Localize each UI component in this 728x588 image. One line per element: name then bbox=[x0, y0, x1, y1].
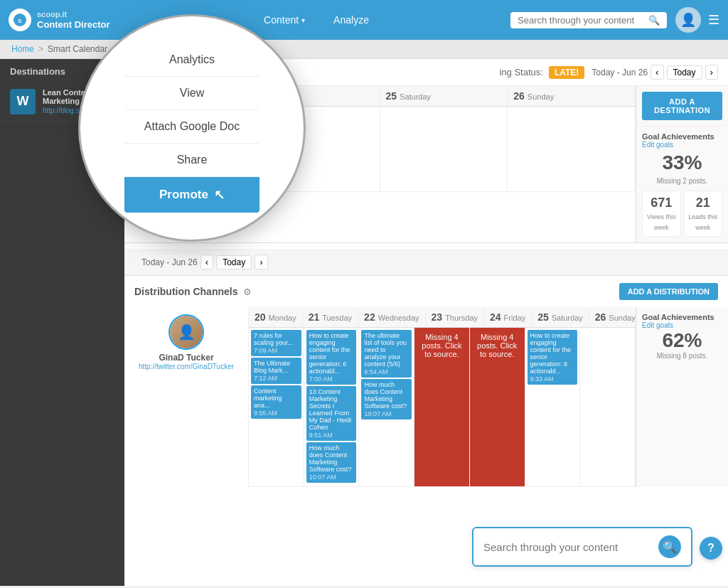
wed-card-1[interactable]: The ultimate list of tools you need to a… bbox=[361, 330, 412, 378]
missing-text-thu-dist[interactable]: Missing 4 posts. Click to source. bbox=[417, 330, 467, 361]
menu-item-share[interactable]: Share bbox=[124, 144, 259, 177]
avatar-inner: 👤 bbox=[170, 316, 203, 348]
dist-col-mon: 20Monday bbox=[249, 307, 303, 328]
mon-card-1[interactable]: 7 rules for scaling your...7:09 AM bbox=[251, 330, 301, 356]
content-dropdown-icon: ▾ bbox=[301, 16, 305, 24]
dist-cell-wed: The ultimate list of tools you need to a… bbox=[359, 328, 414, 487]
date-nav-1: Today - Jun 26 ‹ Today › bbox=[592, 65, 718, 80]
next-btn-1[interactable]: › bbox=[705, 65, 718, 80]
cell-sat bbox=[380, 107, 508, 192]
destinations-label: Destinations bbox=[10, 66, 65, 77]
dist-cell-mon: 7 rules for scaling your...7:09 AM The U… bbox=[249, 328, 304, 487]
date-nav-dist: Today - Jun 26 ‹ Today › bbox=[141, 255, 268, 269]
dist-right-panel: Goal Achievements Edit goals 62% Missing… bbox=[636, 307, 728, 487]
today-btn-1[interactable]: Today bbox=[667, 65, 702, 80]
logo: S scoop.it Content Director bbox=[9, 9, 122, 31]
help-button[interactable]: ? bbox=[700, 537, 722, 560]
posting-status-label: ing Status: bbox=[499, 67, 542, 77]
bottom-search-icon[interactable]: 🔍 bbox=[658, 535, 681, 558]
app-header: S scoop.it Content Director Content ▾ An… bbox=[0, 0, 728, 40]
dist-title: Distribution Channels bbox=[134, 286, 237, 297]
promote-label: Promote bbox=[159, 188, 208, 202]
col-sun: 26Sunday bbox=[508, 86, 636, 107]
nav-analyze[interactable]: Analyze bbox=[319, 0, 383, 40]
leads-label: Leads this week bbox=[688, 213, 717, 231]
hamburger-icon[interactable]: ☰ bbox=[708, 12, 719, 28]
breadcrumb-current: Smart Calendar bbox=[48, 44, 107, 54]
today-btn-dist[interactable]: Today bbox=[216, 255, 252, 269]
mon-card-3[interactable]: Content marketing ana...9:55 AM bbox=[251, 385, 301, 419]
bottom-search-input[interactable] bbox=[483, 541, 658, 553]
search-icon: 🔍 bbox=[648, 15, 660, 26]
dist-goal-percent: 62% bbox=[642, 329, 722, 352]
svg-text:S: S bbox=[18, 18, 22, 24]
dist-user-url[interactable]: http://twitter.com/GinaDTucker bbox=[139, 363, 234, 370]
product-name: Content Director bbox=[37, 19, 110, 31]
posting-status: ing Status: LATE! bbox=[499, 66, 584, 79]
tue-card-1[interactable]: How to create engaging content for the s… bbox=[306, 330, 357, 385]
cursor-icon: ↖ bbox=[214, 187, 225, 203]
bottom-search-bar[interactable]: 🔍 bbox=[472, 527, 692, 567]
context-menu-overlay: Analytics View Attach Google Doc Share P… bbox=[78, 14, 306, 242]
late-badge: LATE! bbox=[549, 66, 584, 79]
dist-edit-goals[interactable]: Edit goals bbox=[642, 321, 722, 329]
menu-item-analytics[interactable]: Analytics bbox=[124, 43, 259, 77]
distribution-section: Distribution Channels ⚙ ADD A DISTRIBUTI… bbox=[124, 276, 728, 494]
dist-col-fri: 24Friday bbox=[484, 307, 532, 328]
dist-col-headers: 20Monday 21Tuesday 22Wednesday 23Thursda… bbox=[249, 307, 636, 328]
dist-cell-sat: How to create engaging content for the s… bbox=[525, 328, 581, 487]
dist-col-sun: 26Sunday bbox=[589, 307, 636, 328]
breadcrumb-home[interactable]: Home bbox=[11, 44, 34, 54]
twitter-avatar: 👤 bbox=[168, 314, 204, 350]
dist-cell-sun bbox=[580, 328, 636, 487]
next-btn-dist[interactable]: › bbox=[255, 255, 267, 269]
sat-card-1[interactable]: How to create engaging content for the s… bbox=[528, 330, 578, 385]
header-search-input[interactable] bbox=[518, 15, 648, 26]
dist-user-name: GinaD Tucker bbox=[159, 353, 213, 363]
breadcrumb-separator: > bbox=[38, 44, 43, 54]
prev-btn-dist[interactable]: ‹ bbox=[200, 255, 213, 269]
col-sat: 25Saturday bbox=[380, 86, 508, 107]
tue-card-3[interactable]: How much does Content Marketing Software… bbox=[306, 442, 357, 483]
menu-item-view[interactable]: View bbox=[124, 77, 259, 110]
dist-nav-row: Today - Jun 26 ‹ Today › bbox=[124, 249, 728, 276]
mon-card-2[interactable]: The Ultimate Blog Mark...7:12 AM bbox=[251, 358, 301, 384]
logo-text: scoop.it Content Director bbox=[37, 10, 110, 31]
dist-user-col: 👤 GinaD Tucker http://twitter.com/GinaDT… bbox=[124, 307, 249, 487]
wordpress-icon: W bbox=[10, 89, 36, 114]
menu-item-attach-google-doc[interactable]: Attach Google Doc bbox=[124, 110, 259, 144]
menu-item-promote[interactable]: Promote ↖ bbox=[124, 177, 259, 213]
context-menu: Analytics View Attach Google Doc Share P… bbox=[124, 43, 259, 213]
dist-cal-area: 20Monday 21Tuesday 22Wednesday 23Thursda… bbox=[249, 307, 636, 487]
leads-num: 21 bbox=[687, 196, 719, 210]
brand-name: scoop.it bbox=[37, 10, 110, 19]
dist-cells: 7 rules for scaling your...7:09 AM The U… bbox=[249, 328, 636, 487]
right-panel-1: ADD A DESTINATION Goal Achievements Edit… bbox=[636, 86, 728, 242]
dist-cell-fri-missing[interactable]: Missing 4 posts. Click to source. bbox=[470, 328, 525, 487]
dist-col-thu: 23Thursday bbox=[426, 307, 484, 328]
gear-icon[interactable]: ⚙ bbox=[243, 287, 252, 297]
tue-card-2[interactable]: 13 Content Marketing Secrets I Learned F… bbox=[306, 386, 357, 441]
dist-goal-title: Goal Achievements bbox=[642, 313, 722, 321]
date-range-dist: Today - Jun 26 bbox=[141, 257, 198, 267]
add-destination-button[interactable]: ADD A DESTINATION bbox=[642, 92, 722, 120]
views-num: 671 bbox=[646, 196, 678, 210]
views-stat: 671 Views this week bbox=[642, 191, 681, 237]
nav-content[interactable]: Content ▾ bbox=[250, 0, 319, 40]
dist-grid-wrap: 👤 GinaD Tucker http://twitter.com/GinaDT… bbox=[124, 307, 728, 487]
dist-header: Distribution Channels ⚙ ADD A DISTRIBUTI… bbox=[124, 276, 728, 307]
header-search-bar[interactable]: 🔍 bbox=[510, 12, 667, 28]
prev-btn-1[interactable]: ‹ bbox=[651, 65, 663, 80]
missing-text-fri-dist[interactable]: Missing 4 posts. Click to source. bbox=[472, 330, 523, 361]
add-distribution-button[interactable]: ADD A DISTRIBUTION bbox=[619, 283, 718, 300]
dist-cell-thu-missing[interactable]: Missing 4 posts. Click to source. bbox=[414, 328, 470, 487]
stats-row: 671 Views this week 21 Leads this week bbox=[642, 191, 722, 237]
leads-stat: 21 Leads this week bbox=[684, 191, 723, 237]
dist-col-tue: 21Tuesday bbox=[303, 307, 358, 328]
date-range-1: Today - Jun 26 bbox=[592, 68, 648, 77]
cell-sun bbox=[508, 107, 636, 192]
user-avatar[interactable]: 👤 bbox=[675, 7, 701, 33]
goal-percent-1: 33% bbox=[642, 151, 722, 174]
edit-goals-1[interactable]: Edit goals bbox=[642, 141, 722, 149]
wed-card-2[interactable]: How much does Content Marketing Software… bbox=[361, 379, 412, 419]
